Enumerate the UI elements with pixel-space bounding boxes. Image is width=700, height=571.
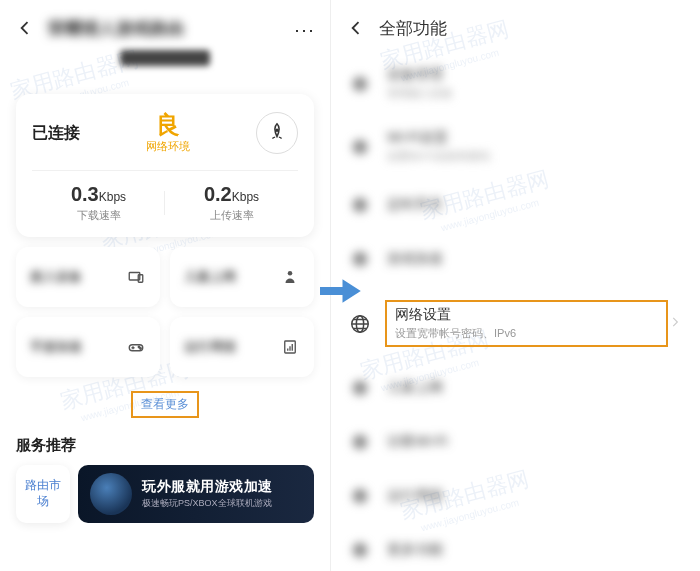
svg-rect-2 bbox=[138, 275, 143, 283]
feature-list: 设备管理管理接入设备 Wi-Fi设置设置Wi-Fi名称和密码 定时开关 游戏加速 bbox=[331, 50, 700, 571]
upload-value: 0.2 bbox=[204, 183, 232, 205]
devices-icon bbox=[126, 267, 146, 287]
see-more-button[interactable]: 查看更多 bbox=[0, 391, 330, 418]
list-item[interactable]: 运行周报 bbox=[331, 469, 700, 523]
list-item[interactable]: 儿童上网 bbox=[331, 361, 700, 415]
generic-icon bbox=[347, 537, 373, 563]
quality-label: 网络环境 bbox=[80, 139, 256, 154]
generic-icon bbox=[347, 483, 373, 509]
connection-status: 已连接 bbox=[32, 123, 80, 144]
recommend-title: 服务推荐 bbox=[16, 436, 314, 455]
upload-unit: Kbps bbox=[232, 190, 259, 204]
header: 全部功能 bbox=[331, 0, 700, 50]
svg-point-15 bbox=[353, 381, 368, 396]
page-title: 荣耀猎人游戏路由 bbox=[48, 17, 292, 40]
page-title: 全部功能 bbox=[379, 17, 686, 40]
more-icon[interactable]: ⋮ bbox=[292, 16, 316, 40]
generic-icon bbox=[347, 192, 373, 218]
svg-point-12 bbox=[353, 252, 368, 267]
feature-grid: 接入设备 儿童上网 手游加速 运行周报 bbox=[16, 247, 314, 377]
device-image-area bbox=[0, 50, 330, 94]
list-item[interactable]: 游戏加速 bbox=[331, 232, 700, 286]
svg-point-11 bbox=[353, 198, 368, 213]
list-item[interactable]: 定时开关 bbox=[331, 178, 700, 232]
header: 荣耀猎人游戏路由 ⋮ bbox=[0, 0, 330, 50]
list-item[interactable]: 访客Wi-Fi bbox=[331, 415, 700, 469]
generic-icon bbox=[347, 429, 373, 455]
generic-icon bbox=[347, 71, 373, 97]
upload-speed: 0.2Kbps 上传速率 bbox=[165, 183, 298, 223]
upload-label: 上传速率 bbox=[165, 208, 298, 223]
list-item-network-settings[interactable]: 网络设置 设置宽带帐号密码、IPv6 bbox=[331, 286, 700, 361]
report-icon bbox=[280, 337, 300, 357]
chevron-right-icon bbox=[668, 315, 682, 333]
list-item[interactable]: 更多功能 bbox=[331, 523, 700, 571]
recommend-row: 路由市场 玩外服就用游戏加速 极速畅玩PS/XBOX全球联机游戏 bbox=[16, 465, 314, 523]
feature-parental[interactable]: 儿童上网 bbox=[170, 247, 314, 307]
banner-sub: 极速畅玩PS/XBOX全球联机游戏 bbox=[142, 497, 302, 510]
feature-report[interactable]: 运行周报 bbox=[170, 317, 314, 377]
all-features-panel: 全部功能 设备管理管理接入设备 Wi-Fi设置设置Wi-Fi名称和密码 定时开关… bbox=[330, 0, 700, 571]
svg-point-16 bbox=[353, 435, 368, 450]
svg-point-18 bbox=[353, 543, 368, 558]
feature-boost[interactable]: 手游加速 bbox=[16, 317, 160, 377]
gamepad-icon bbox=[126, 337, 146, 357]
device-image bbox=[120, 50, 210, 66]
router-market-button[interactable]: 路由市场 bbox=[16, 465, 70, 523]
status-card: 已连接 良 网络环境 0.3Kbps 下载速率 0.2Kbps 上传速率 bbox=[16, 94, 314, 237]
download-speed: 0.3Kbps 下载速率 bbox=[32, 183, 165, 223]
svg-point-0 bbox=[276, 129, 278, 131]
item-title: 网络设置 bbox=[395, 306, 658, 324]
generic-icon bbox=[347, 375, 373, 401]
banner-title: 玩外服就用游戏加速 bbox=[142, 478, 302, 496]
svg-point-3 bbox=[288, 271, 293, 276]
banner-avatar bbox=[90, 473, 132, 515]
list-item[interactable]: 设备管理管理接入设备 bbox=[331, 52, 700, 115]
globe-icon bbox=[347, 311, 373, 337]
quality-rating: 良 bbox=[80, 113, 256, 137]
router-home-panel: 荣耀猎人游戏路由 ⋮ 已连接 良 网络环境 0.3Kbps 下载速率 bbox=[0, 0, 330, 571]
download-unit: Kbps bbox=[99, 190, 126, 204]
arrow-connector-icon bbox=[318, 276, 366, 306]
generic-icon bbox=[347, 134, 373, 160]
network-quality: 良 网络环境 bbox=[80, 113, 256, 154]
feature-devices[interactable]: 接入设备 bbox=[16, 247, 160, 307]
svg-point-10 bbox=[353, 139, 368, 154]
svg-rect-8 bbox=[320, 287, 348, 295]
item-subtitle: 设置宽带帐号密码、IPv6 bbox=[395, 326, 658, 341]
back-icon[interactable] bbox=[345, 17, 367, 39]
game-boost-banner[interactable]: 玩外服就用游戏加速 极速畅玩PS/XBOX全球联机游戏 bbox=[78, 465, 314, 523]
list-item[interactable]: Wi-Fi设置设置Wi-Fi名称和密码 bbox=[331, 115, 700, 178]
download-value: 0.3 bbox=[71, 183, 99, 205]
svg-point-6 bbox=[140, 348, 142, 350]
generic-icon bbox=[347, 246, 373, 272]
svg-point-17 bbox=[353, 489, 368, 504]
see-more-label: 查看更多 bbox=[131, 391, 199, 418]
boost-icon[interactable] bbox=[256, 112, 298, 154]
child-icon bbox=[280, 267, 300, 287]
download-label: 下载速率 bbox=[32, 208, 165, 223]
speed-row: 0.3Kbps 下载速率 0.2Kbps 上传速率 bbox=[32, 170, 298, 223]
svg-point-9 bbox=[353, 76, 368, 91]
back-icon[interactable] bbox=[14, 17, 36, 39]
